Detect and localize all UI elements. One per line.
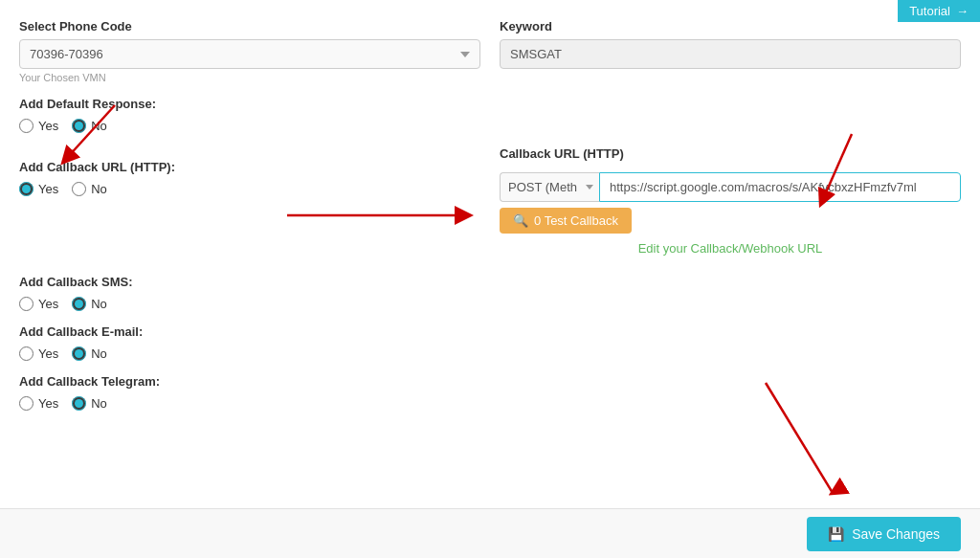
save-icon: 💾 — [828, 526, 844, 542]
method-select[interactable]: POST (Meth — [500, 172, 599, 202]
add-callback-url-label: Add Callback URL (HTTP): — [19, 160, 480, 174]
add-default-response-label: Add Default Response: — [19, 97, 961, 111]
callback-telegram-no[interactable]: No — [72, 396, 107, 411]
default-response-yes[interactable]: Yes — [19, 119, 58, 133]
add-callback-email-label: Add Callback E-mail: — [19, 324, 961, 339]
keyword-label: Keyword — [500, 19, 961, 33]
callback-url-yes[interactable]: Yes — [19, 182, 58, 196]
callback-email-yes[interactable]: Yes — [19, 346, 58, 361]
callback-url-no[interactable]: No — [72, 182, 107, 196]
tutorial-label: Tutorial — [909, 4, 950, 18]
phone-code-label: Select Phone Code — [19, 19, 480, 33]
callback-url-section-label: Callback URL (HTTP) — [500, 146, 961, 161]
callback-sms-no[interactable]: No — [72, 297, 107, 311]
add-callback-sms-label: Add Callback SMS: — [19, 275, 961, 289]
default-response-radio-group: Yes No — [19, 119, 961, 133]
callback-email-radio-group: Yes No — [19, 346, 961, 361]
tutorial-arrow-icon: → — [956, 4, 969, 18]
bottom-bar: 💾 Save Changes — [0, 508, 980, 558]
vmn-hint: Your Chosen VMN — [19, 72, 480, 83]
callback-url-radio-group: Yes No — [19, 182, 480, 196]
save-changes-label: Save Changes — [852, 526, 940, 542]
phone-code-select[interactable]: 70396-70396 — [19, 39, 480, 69]
test-callback-label: 0 Test Callback — [534, 213, 618, 228]
add-callback-telegram-label: Add Callback Telegram: — [19, 374, 961, 389]
default-response-no[interactable]: No — [72, 119, 107, 133]
callback-telegram-yes[interactable]: Yes — [19, 396, 58, 411]
save-changes-button[interactable]: 💾 Save Changes — [807, 517, 961, 551]
edit-callback-link[interactable]: Edit your Callback/Webhook URL — [500, 241, 961, 256]
callback-url-input[interactable] — [599, 172, 961, 202]
callback-input-row: POST (Meth — [500, 172, 961, 202]
tutorial-button[interactable]: Tutorial → — [898, 0, 980, 22]
test-callback-button[interactable]: 🔍 0 Test Callback — [500, 208, 632, 234]
keyword-input[interactable] — [500, 39, 961, 69]
callback-email-no[interactable]: No — [72, 346, 107, 361]
callback-sms-radio-group: Yes No — [19, 297, 961, 311]
callback-sms-yes[interactable]: Yes — [19, 297, 58, 311]
search-icon: 🔍 — [513, 213, 528, 228]
callback-telegram-radio-group: Yes No — [19, 396, 961, 411]
